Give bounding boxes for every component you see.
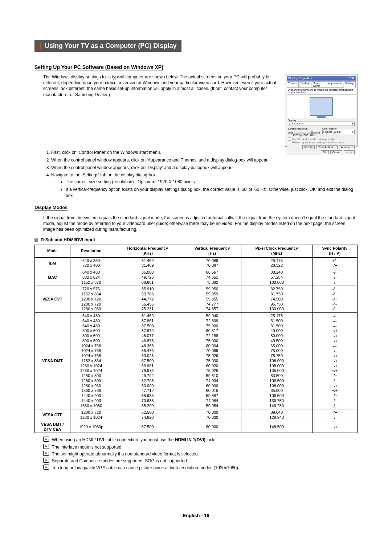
setup-steps: First, click on 'Control Panel' on the W… [43,150,358,199]
table-row: VESA GTF1280 x 720 1280 x 102452.500 74.… [35,409,358,421]
mode-cell: VESA DMT [35,313,70,409]
tab-appearance[interactable]: Appearance [327,81,343,88]
data-cell: 70.086 70.087 [183,257,241,269]
data-cell: +/+ [312,421,357,433]
data-cell: 67.500 [112,421,183,433]
step-4-text: Navigate to the 'Settings' tab on the di… [51,172,157,177]
note-icon: N [43,465,49,470]
tab-settings[interactable]: Settings [344,81,356,88]
data-cell: 30.240 57.284 100.000 [241,269,312,286]
data-cell: 35.910 53.783 44.772 56.456 75.231 [112,286,183,313]
page-title-bar: Using Your TV as a Computer (PC) Display [34,40,358,52]
data-cell: -/- -/- -/- +/+ +/+ +/+ -/- -/- +/+ +/+ … [312,313,357,409]
tab-desktop[interactable]: Desktop [299,81,311,88]
data-cell: 640 x 480 640 x 480 640 x 480 800 x 600 … [70,313,112,409]
data-cell: 70.000 70.000 [183,409,241,421]
step-2: When the control panel window appears, c… [51,157,358,163]
display-value: 1. XXXXXXX [289,122,303,125]
ok-button[interactable]: OK [321,150,329,154]
note-text: Separate and Composite modes are support… [52,458,188,465]
data-cell: 25.175 31.500 31.500 40.000 50.000 49.50… [241,313,312,409]
data-cell: 25.175 28.322 [241,257,312,269]
data-cell: 640 x 350 720 x 400 [70,257,112,269]
checkbox-primary[interactable] [288,138,291,141]
th-hf: Horizontal Frequency (KHz) [112,245,183,258]
data-cell: +/- -/+ [312,257,357,269]
apply-button[interactable]: Apply [344,150,355,154]
data-cell: 60.000 [183,421,241,433]
slider-more: More [314,131,320,134]
step4-bullet-2: If a vertical-frequency option exists on… [66,187,358,199]
note-item: NThe set might operate abnormally if a n… [43,451,358,458]
monitor-icon [310,97,333,116]
data-cell: 640 x 480 832 x 624 1152 x 870 [70,269,112,286]
mode-cell: VESA DMT / DTV CEA [35,421,70,433]
mode-cell: VESA CVT [35,286,70,313]
notes-block: NWhen using an HDMI / DVI cable connecti… [34,437,358,471]
color-dropdown[interactable]: Highest (32 bit)▾ [322,130,355,134]
note-text: The interlace mode is not supported. [52,444,123,451]
resolution-slider[interactable] [294,132,314,134]
color-label: Color quality [322,127,355,130]
data-cell: 59.950 59.959 59.855 74.777 74.857 [183,286,241,313]
data-cell: 720 x 576 1152 x 864 1280 x 720 1280 x 7… [70,286,112,313]
slider-less: Less [288,131,293,134]
note-icon: N [43,444,49,449]
note-item: NWhen using an HDMI / DVI cable connecti… [43,437,358,443]
display-label: Display: [288,119,355,122]
identify-button[interactable]: Identify [302,145,315,149]
resolution-label: Screen resolution [288,127,320,130]
data-cell: 89.040 128.943 [241,409,312,421]
data-cell: 148.500 [241,421,312,433]
display-dropdown[interactable]: 1. XXXXXXX▾ [288,122,355,126]
advanced-button[interactable]: Advanced [339,145,355,149]
page-title: Using Your TV as a Computer (PC) Display [45,42,176,50]
note-icon: N [43,458,49,463]
th-sp: Sync Polarity (H / V) [312,245,357,258]
table-row: MAC640 x 480 832 x 624 1152 x 87035.000 … [35,269,358,286]
page-footer: English - 16 [0,513,392,518]
table-row: IBM640 x 350 720 x 40031.469 31.46970.08… [35,257,358,269]
data-cell: 52.500 74.620 [112,409,183,421]
resolution-value: 1920 by 1080 pixels [288,134,320,136]
data-cell: 1920 x 1080p [70,421,112,433]
data-cell: 31.469 37.861 37.500 37.879 48.077 46.87… [112,313,183,409]
checkbox-extend[interactable] [288,141,291,144]
tab-screensaver[interactable]: Screen Saver [312,81,326,88]
table-row: VESA CVT720 x 576 1152 x 864 1280 x 720 … [35,286,358,313]
display-modes-table: Mode Resolution Horizontal Frequency (KH… [34,245,358,433]
note-item: NSeparate and Composite modes are suppor… [43,458,358,465]
note-icon: N [43,437,49,442]
data-cell: 32.750 81.750 74.500 95.750 130.000 [241,286,312,313]
table-row: VESA DMT / DTV CEA1920 x 1080p67.50060.0… [35,421,358,433]
check-primary-label: Use this device as the primary monitor. [292,138,336,140]
dialog-title: Display Properties [288,77,312,80]
title-accent [40,43,41,49]
data-cell: 31.469 31.469 [112,257,183,269]
troubleshoot-button[interactable]: Troubleshoot... [316,145,337,149]
table-row: VESA DMT640 x 480 640 x 480 640 x 480 80… [35,313,358,409]
data-cell: 59.940 72.809 75.000 60.317 72.188 75.00… [183,313,241,409]
th-mode: Mode [35,245,70,258]
cancel-button[interactable]: Cancel [330,150,343,154]
data-cell: -/+ -/+ -/+ -/+ -/+ [312,286,357,313]
step-4: Navigate to the 'Settings' tab on the di… [51,172,358,199]
th-resolution: Resolution [70,245,112,258]
data-cell: 66.667 74.551 75.062 [183,269,241,286]
dialog-tabs: Themes Desktop Screen Saver Appearance S… [287,81,356,88]
tab-themes[interactable]: Themes [287,81,299,88]
step-3: When the control panel window appears, c… [51,165,358,171]
check-extend-label: Extend my Windows desktop onto this moni… [292,141,345,144]
square-bullet-icon [34,238,38,242]
data-cell: -/+ -/- [312,409,357,421]
dialog-hint: Drag the monitor icons to match the phys… [287,87,356,95]
section-setup-heading: Setting Up Your PC Software (Based on Wi… [34,64,163,70]
note-icon: N [43,451,49,456]
section-displaymodes-heading: Display Modes [34,205,68,210]
dialog-close-icons[interactable]: ? ✕ [349,77,354,80]
th-px: Pixel Clock Frequency (MHz) [241,245,312,258]
step4-bullet-1: The correct size setting (resolution) - … [66,179,358,185]
th-vf: Vertical Frequency (Hz) [183,245,241,258]
setup-intro-text: The Windows display-settings for a typic… [34,74,278,147]
input-label: D-Sub and HDMI/DVI Input [34,237,358,242]
